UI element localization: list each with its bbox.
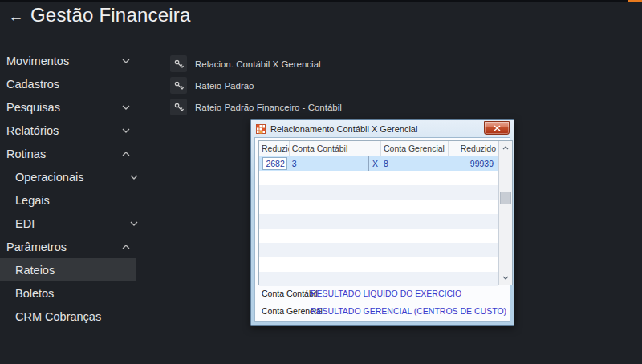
sidebar-item-rotinas[interactable]: Rotinas [0,142,144,165]
key-button[interactable] [170,55,187,72]
sidebar-item-cadastros[interactable]: Cadastros [0,72,144,95]
shortcut-list: Relacion. Contábil X Gerencial Rateio Pa… [170,53,342,118]
scroll-up-icon[interactable] [499,141,512,155]
key-button[interactable] [170,77,187,94]
shortcut-label: Relacion. Contábil X Gerencial [195,59,321,69]
sidebar-item-operacionais[interactable]: Operacionais [0,165,144,188]
chevron-down-icon [121,103,131,112]
vertical-scrollbar[interactable] [498,141,512,285]
orange-accent-bar [628,0,642,2]
table-header-row: Reduzido Conta Contábil Conta Gerencial … [259,141,498,156]
sidebar-item-label: Parâmetros [0,241,67,253]
footer-conta-contabil: Conta Contábil RESULTADO LIQUIDO DO EXER… [262,289,461,298]
table-row-empty[interactable] [259,214,498,229]
dialog-titlebar[interactable]: Relacionamento Contábil X Gerencial [251,120,514,137]
cell-conta-contabil[interactable]: 3 [290,156,368,171]
column-header-x[interactable] [368,141,381,156]
sidebar-item-relatorios[interactable]: Relatórios [0,119,144,142]
chevron-up-icon [121,242,131,252]
sidebar-item-label: Rateios [0,264,55,277]
footer-conta-gerencial: Conta Gerencial RESULTADO GERENCIAL (CEN… [262,306,506,316]
sidebar-item-boletos[interactable]: Boletos [0,281,144,305]
sidebar-item-legais[interactable]: Legais [0,188,144,212]
top-edge-strip [0,0,642,2]
shortcut-rateio-padrao-financeiro-contabil[interactable]: Rateio Padrão Financeiro - Contábil [170,96,342,118]
shortcut-relacion-contabil-x-gerencial[interactable]: Relacion. Contábil X Gerencial [170,53,342,75]
table-row-empty[interactable] [259,272,498,286]
column-header-conta-contabil[interactable]: Conta Contábil [290,141,368,156]
sidebar-item-parametros[interactable]: Parâmetros [0,235,144,258]
cell-reduzido-gerencial[interactable]: 99939 [449,156,498,171]
column-header-conta-gerencial[interactable]: Conta Gerencial [381,141,449,156]
shortcut-label: Rateio Padrão [195,81,254,91]
chevron-down-icon [121,56,131,66]
conta-gerencial-value: RESULTADO GERENCIAL (CENTROS DE CUSTO) [311,306,506,316]
dialog-title: Relacionamento Contábil X Gerencial [270,124,417,134]
cell-reduzido-contabil[interactable]: 2682 [259,156,290,171]
sidebar-menu: Movimentos Cadastros Pesquisas Relatório… [0,49,144,328]
sidebar-item-edi[interactable]: EDI [0,212,144,235]
cell-x: X [368,156,381,171]
sidebar-item-label: Movimentos [0,55,69,67]
close-button[interactable] [484,121,510,135]
sidebar-item-label: Rotinas [0,148,46,160]
sidebar-item-label: Cadastros [0,78,59,91]
table-row-selected[interactable]: 2682 3 X 8 99939 [259,156,498,171]
app-window: ← Gestão Financeira Movimentos Cadastros… [0,0,642,364]
dialog-relacionamento-contabil-x-gerencial: Relacionamento Contábil X Gerencial Redu… [250,119,514,326]
sidebar-item-label: EDI [0,217,35,230]
sidebar-item-label: Operacionais [0,171,83,184]
key-button[interactable] [170,99,187,115]
sidebar-item-label: Relatórios [0,124,59,137]
sidebar-item-movimentos[interactable]: Movimentos [0,49,144,72]
table-row-empty[interactable] [259,171,498,185]
relation-table: Reduzido Conta Contábil Conta Gerencial … [258,140,513,285]
shortcut-rateio-padrao[interactable]: Rateio Padrão [170,75,342,96]
sidebar-item-crm-cobrancas[interactable]: CRM Cobranças [0,305,144,328]
key-icon [173,102,185,113]
chevron-down-icon [129,219,139,229]
key-icon [173,59,185,70]
back-button[interactable]: ← [6,6,26,27]
chevron-down-icon [121,126,131,135]
table-row-empty[interactable] [259,185,498,200]
key-icon [173,80,185,91]
cell-conta-gerencial[interactable]: 8 [381,156,449,171]
sidebar-item-label: CRM Cobranças [0,310,101,323]
scrollbar-thumb[interactable] [500,192,511,204]
window-grid-icon [256,124,266,134]
shortcut-label: Rateio Padrão Financeiro - Contábil [195,103,342,112]
reduzido-edit-cell[interactable]: 2682 [262,157,287,170]
table-row-empty[interactable] [259,243,498,257]
sidebar-item-label: Legais [0,194,50,207]
table-row-empty[interactable] [259,257,498,272]
table-row-empty[interactable] [259,229,498,243]
chevron-down-icon [129,172,139,182]
page-title: Gestão Financeira [30,4,191,26]
dialog-body: Reduzido Conta Contábil Conta Gerencial … [254,137,510,322]
sidebar-item-label: Boletos [0,287,54,300]
conta-contabil-label: Conta Contábil [262,289,311,298]
scroll-down-icon[interactable] [499,271,512,285]
column-header-reduzido-contabil[interactable]: Reduzido [259,141,290,156]
conta-gerencial-label: Conta Gerencial [262,306,311,316]
sidebar-item-pesquisas[interactable]: Pesquisas [0,95,144,119]
sidebar-item-rateios[interactable]: Rateios [0,258,136,281]
conta-contabil-value: RESULTADO LIQUIDO DO EXERCICIO [311,289,461,298]
table-row-empty[interactable] [259,200,498,214]
sidebar-item-label: Pesquisas [0,101,60,114]
chevron-up-icon [121,149,131,159]
column-header-reduzido-gerencial[interactable]: Reduzido [449,141,498,156]
